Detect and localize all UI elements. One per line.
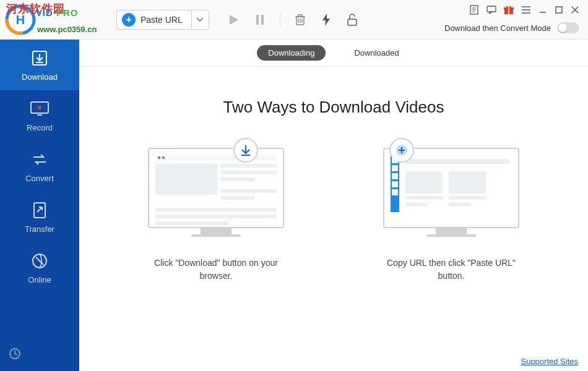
sidebar-label: Record bbox=[27, 123, 53, 132]
caption-b: Copy URL then click "Paste URL" button. bbox=[377, 257, 525, 283]
brand-vid: ViD bbox=[36, 7, 53, 18]
app-brand: ViD PRO bbox=[36, 7, 78, 18]
online-icon bbox=[30, 252, 49, 270]
sidebar-label: Download bbox=[22, 72, 58, 82]
cards: Click "Download" button on your browser. bbox=[136, 148, 532, 283]
supported-sites-link[interactable]: Supported Sites bbox=[521, 357, 578, 366]
tab-downloaded[interactable]: Downloaded bbox=[343, 45, 410, 61]
sidebar-item-online[interactable]: Online bbox=[0, 242, 79, 293]
paste-url-label: Paste URL bbox=[141, 15, 191, 25]
download-arrow-badge bbox=[233, 138, 258, 163]
close-button[interactable] bbox=[571, 6, 579, 14]
tab-downloading[interactable]: Downloading bbox=[257, 45, 326, 61]
sidebar-item-record[interactable]: Record bbox=[0, 90, 79, 141]
svg-rect-4 bbox=[261, 15, 264, 25]
sidebar-item-download[interactable]: Download bbox=[0, 40, 79, 90]
feedback-icon[interactable] bbox=[486, 5, 496, 15]
sidebar: Download Record Convert Transfer Online bbox=[0, 40, 79, 371]
convert-mode-toggle[interactable] bbox=[557, 22, 579, 33]
watermark-url: www.pc0359.cn bbox=[37, 25, 97, 34]
maximize-button[interactable] bbox=[555, 6, 563, 14]
convert-icon bbox=[30, 150, 49, 169]
window-controls bbox=[469, 5, 579, 15]
brand-pro: PRO bbox=[56, 7, 79, 18]
svg-point-15 bbox=[38, 106, 41, 109]
paste-url-button[interactable]: + Paste URL bbox=[116, 10, 209, 30]
pause-icon[interactable] bbox=[254, 14, 266, 26]
svg-rect-12 bbox=[556, 7, 562, 13]
svg-rect-11 bbox=[508, 7, 509, 14]
menu-icon[interactable] bbox=[521, 5, 531, 15]
content: Two Ways to Download Videos bbox=[79, 67, 588, 371]
gift-icon[interactable] bbox=[504, 5, 514, 15]
card-browser-download: Click "Download" button on your browser. bbox=[136, 148, 296, 283]
toolbar-actions bbox=[228, 13, 358, 27]
trash-icon[interactable] bbox=[294, 14, 306, 26]
sidebar-label: Convert bbox=[25, 174, 54, 183]
sidebar-label: Transfer bbox=[25, 224, 54, 234]
minimize-button[interactable] bbox=[538, 6, 547, 14]
unlock-icon[interactable] bbox=[346, 14, 358, 26]
svg-rect-6 bbox=[348, 19, 357, 25]
convert-mode-toggle-row: Download then Convert Mode bbox=[444, 22, 579, 33]
lightning-icon[interactable] bbox=[320, 14, 332, 26]
paste-url-dropdown[interactable] bbox=[191, 10, 209, 30]
titlebar-left: H 河东软件园 www.pc0359.cn ViD PRO bbox=[0, 4, 36, 35]
card-paste-url: Copy URL then click "Paste URL" button. bbox=[371, 148, 532, 283]
plus-icon: + bbox=[122, 13, 136, 27]
divider bbox=[280, 13, 280, 27]
download-icon bbox=[30, 49, 49, 67]
svg-rect-8 bbox=[487, 6, 496, 12]
sidebar-item-transfer[interactable]: Transfer bbox=[0, 192, 79, 242]
svg-rect-3 bbox=[256, 15, 259, 25]
transfer-icon bbox=[30, 201, 49, 220]
sidebar-label: Online bbox=[28, 275, 51, 284]
sidebar-item-convert[interactable]: Convert bbox=[0, 141, 79, 192]
monitor-illustration-a bbox=[148, 148, 284, 241]
page-headline: Two Ways to Download Videos bbox=[223, 98, 444, 117]
record-icon bbox=[30, 100, 49, 118]
convert-mode-label: Download then Convert Mode bbox=[444, 23, 551, 33]
body: Download Record Convert Transfer Online bbox=[0, 40, 588, 371]
caption-a: Click "Download" button on your browser. bbox=[142, 257, 290, 283]
toggle-knob bbox=[558, 23, 567, 32]
titlebar: H 河东软件园 www.pc0359.cn ViD PRO + Paste UR… bbox=[0, 0, 588, 40]
history-icon[interactable] bbox=[9, 348, 21, 362]
main-area: Downloading Downloaded Two Ways to Downl… bbox=[79, 40, 588, 371]
tab-row: Downloading Downloaded bbox=[79, 40, 588, 67]
monitor-illustration-b bbox=[383, 148, 519, 241]
notes-icon[interactable] bbox=[469, 5, 479, 15]
play-icon[interactable] bbox=[228, 14, 240, 26]
